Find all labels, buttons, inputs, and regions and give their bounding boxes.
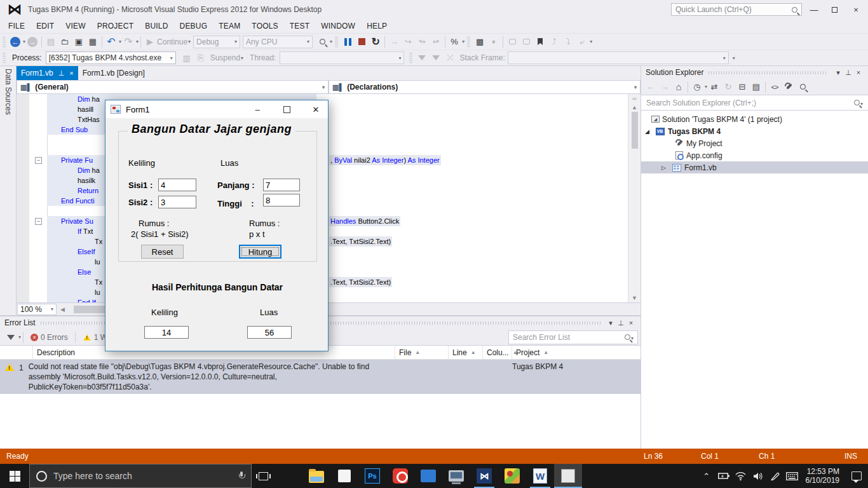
find-icon[interactable] — [315, 35, 329, 49]
step-over-icon[interactable]: ↬ — [415, 35, 429, 49]
step-process-icon[interactable]: ⎘ — [194, 51, 208, 65]
taskbar-app-photoshop-icon[interactable]: Ps — [358, 464, 386, 488]
clear-bookmarks-icon[interactable]: ⤶ — [575, 35, 589, 49]
search-icon[interactable] — [792, 7, 797, 13]
refresh-icon[interactable]: ↻ — [721, 80, 735, 94]
home-icon[interactable]: ⌂ — [672, 80, 686, 94]
maximize-button[interactable] — [826, 3, 843, 16]
paste-icon[interactable]: ▤ — [44, 35, 58, 49]
code-fragment[interactable]: .Text, TxtSisi2.Text) — [329, 236, 392, 247]
result-luas-output[interactable] — [247, 326, 292, 339]
toolbar-overflow[interactable]: ▾ — [330, 39, 332, 44]
uncomment-icon[interactable] — [519, 35, 533, 49]
continue-label[interactable]: Continue — [157, 37, 187, 46]
toolbar-overflow[interactable]: ▾ — [733, 55, 735, 61]
dialog-title-bar[interactable]: Form1 – ✕ — [105, 100, 328, 118]
flag-threads-icon[interactable] — [415, 51, 429, 65]
touch-keyboard-icon[interactable] — [786, 470, 799, 482]
errors-filter-button[interactable]: × 0 Errors — [25, 333, 73, 342]
scroll-down-icon[interactable]: ▼ — [632, 295, 637, 301]
tree-item-app-config[interactable]: App.config — [641, 149, 868, 161]
hex-dropdown[interactable]: ▾ — [462, 39, 465, 44]
minimize-button[interactable]: ― — [806, 3, 822, 16]
indent-icon[interactable]: ▩ — [473, 35, 487, 49]
redo-icon[interactable]: ↷ — [121, 35, 135, 49]
taskbar-app-visual-studio-icon[interactable]: ⋈ — [470, 464, 498, 488]
error-list-row[interactable]: ! 1 Could not read state file "obj\Debug… — [0, 360, 641, 394]
preview-selected-items-icon[interactable] — [796, 80, 810, 94]
unflag-threads-icon[interactable] — [429, 51, 443, 65]
solution-explorer-search-input[interactable]: Search Solution Explorer (Ctrl+;) ▾ — [641, 95, 868, 111]
menu-item-project[interactable]: PROJECT — [92, 20, 139, 32]
redo-dropdown[interactable]: ▾ — [136, 39, 139, 44]
tree-item-form1-vb[interactable]: ▷ Form1.vb — [641, 161, 868, 173]
reset-button[interactable]: Reset — [141, 245, 184, 259]
back-icon[interactable]: ← — [644, 80, 658, 94]
taskbar-app-file-explorer-icon[interactable] — [302, 464, 330, 488]
taskbar-app-store-icon[interactable] — [330, 464, 358, 488]
taskbar-app-remote-desktop-icon[interactable] — [442, 464, 470, 488]
save-all-icon[interactable]: ▦ — [86, 35, 100, 49]
sisi1-input[interactable] — [158, 179, 196, 191]
toolbar-overflow[interactable]: ▾ — [590, 39, 592, 44]
toolbar-grip[interactable] — [3, 53, 6, 63]
toolbar-grip[interactable] — [467, 37, 470, 47]
navigate-back-icon[interactable]: ← — [8, 35, 22, 49]
column-column[interactable]: Colu...▲ — [483, 346, 512, 360]
maximize-button[interactable] — [280, 103, 294, 116]
breakpoint-margin[interactable] — [17, 94, 29, 302]
previous-bookmark-icon[interactable]: ⤴ — [547, 35, 561, 49]
taskbar-app-word-icon[interactable]: W — [526, 464, 554, 488]
taskbar-search-input[interactable]: Type here to search — [29, 464, 252, 488]
close-button[interactable]: ✕ — [309, 103, 323, 116]
pause-icon[interactable] — [341, 35, 355, 49]
restart-icon[interactable]: ↻ — [369, 35, 383, 49]
pending-changes-filter-icon[interactable]: ◷ — [690, 80, 704, 94]
outdent-icon[interactable]: ▫ — [487, 35, 501, 49]
open-file-icon[interactable]: 🗀 — [58, 35, 72, 49]
close-button[interactable]: × — [848, 3, 864, 16]
tree-item-solution[interactable]: ◢ Solution 'Tugas BKPM 4' (1 project) — [641, 113, 868, 125]
show-next-statement-icon[interactable]: → — [387, 35, 401, 49]
stack-frame-combo[interactable]: ▾ — [508, 51, 729, 64]
sisi2-input[interactable] — [158, 196, 196, 208]
taskbar-app-edge-icon[interactable] — [275, 464, 302, 488]
collapse-all-icon[interactable]: ⊟ — [735, 80, 749, 94]
taskbar-app-chart-tool-icon[interactable] — [498, 464, 526, 488]
error-list-search-input[interactable]: Search Error List ▾ — [508, 330, 638, 344]
menu-item-edit[interactable]: EDIT — [31, 20, 60, 32]
microphone-icon[interactable] — [238, 471, 245, 480]
suspend-label[interactable]: Suspend — [210, 53, 240, 62]
zoom-combo[interactable]: 100 %▾ — [17, 304, 57, 315]
tab-form1-vb[interactable]: Form1.vb ⊥ × — [17, 66, 78, 80]
hex-toggle-icon[interactable]: % — [447, 35, 461, 49]
pin-icon[interactable]: ⊥ — [58, 69, 65, 78]
editor-vertical-scrollbar[interactable]: ═ ▲ ▼ — [628, 94, 641, 302]
menu-item-debug[interactable]: DEBUG — [174, 20, 214, 32]
step-into-icon[interactable]: ↪ — [401, 35, 415, 49]
properties-icon[interactable] — [782, 80, 796, 94]
code-fragment[interactable]: , ByVal nilai2 As Integer) As Integer — [329, 155, 441, 165]
declarations-combo[interactable]: ▥▌(Declarations) ▾ — [329, 80, 641, 94]
menu-item-help[interactable]: HELP — [361, 20, 393, 32]
step-out-icon[interactable]: ↫ — [429, 35, 443, 49]
thread-combo[interactable]: ▾ — [280, 51, 404, 64]
scroll-left-icon[interactable]: ◀ — [60, 306, 65, 313]
taskbar-app-gom-player-icon[interactable] — [386, 464, 414, 488]
expand-expander-icon[interactable]: ▷ — [661, 165, 668, 171]
menu-item-file[interactable]: FILE — [3, 20, 31, 32]
show-all-files-icon[interactable]: ▤ — [749, 80, 763, 94]
battery-icon[interactable] — [717, 470, 730, 482]
toolbar-grip[interactable] — [409, 53, 412, 63]
menu-item-test[interactable]: TEST — [284, 20, 315, 32]
collapse-region-icon[interactable]: − — [35, 218, 42, 225]
collapse-region-icon[interactable]: − — [35, 157, 42, 164]
sync-with-active-document-icon[interactable]: ⇄ — [707, 80, 721, 94]
pin-icon[interactable]: ⊥ — [616, 319, 626, 327]
scroll-up-icon[interactable]: ▲ — [632, 104, 637, 111]
process-icon[interactable]: ▥ — [180, 51, 194, 65]
pin-icon[interactable]: ⊥ — [843, 69, 853, 77]
comment-icon[interactable] — [505, 35, 519, 49]
toggle-flagged-icon[interactable]: ⤫ — [443, 51, 457, 65]
search-icon[interactable] — [854, 100, 860, 105]
